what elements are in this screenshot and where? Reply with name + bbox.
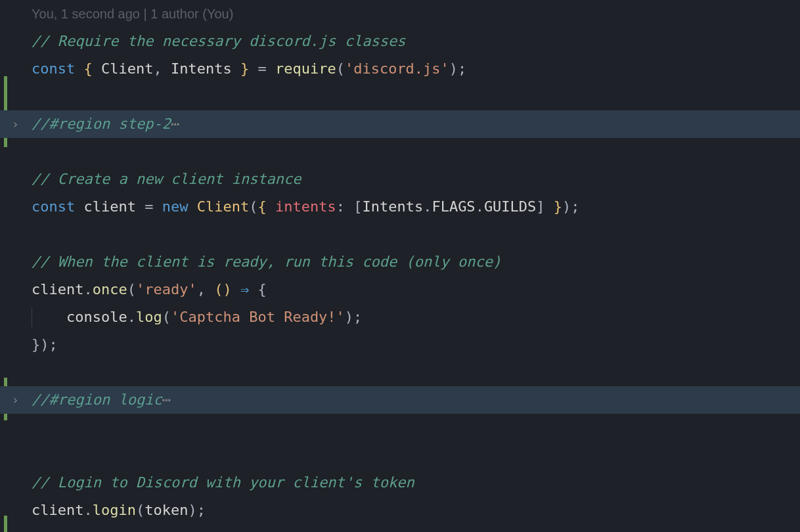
function-require: require — [275, 55, 336, 83]
region-comment: //#region logic — [32, 386, 162, 414]
region-comment: //#region step-2 — [32, 110, 171, 138]
comment: // When the client is ready, run this co… — [32, 248, 501, 276]
chevron-right-icon[interactable]: › — [12, 389, 19, 411]
code-line[interactable]: const { Client, Intents } = require('dis… — [32, 55, 800, 83]
folded-region[interactable]: › //#region logic ⋯ — [0, 386, 800, 414]
blank-line[interactable] — [32, 359, 800, 386]
code-line[interactable]: }); — [32, 331, 800, 359]
fold-ellipsis-icon[interactable]: ⋯ — [171, 110, 179, 138]
git-blame-text: You, 1 second ago | 1 author (You) — [32, 1, 233, 26]
code-line[interactable]: // Create a new client instance — [32, 166, 800, 193]
blank-line[interactable] — [32, 221, 800, 248]
code-line[interactable]: client.login(token); — [32, 497, 800, 524]
indent-guide — [32, 307, 32, 327]
comment: // Require the necessary discord.js clas… — [32, 28, 406, 55]
keyword-const: const — [32, 55, 75, 83]
git-blame-annotation: You, 1 second ago | 1 author (You) — [32, 0, 800, 28]
editor-gutter — [0, 0, 26, 524]
comment: // Create a new client instance — [32, 166, 301, 193]
blank-line[interactable] — [32, 441, 800, 469]
string-literal: 'ready' — [136, 276, 197, 303]
string-literal: 'Captcha Bot Ready!' — [171, 303, 345, 331]
string-literal: 'discord.js' — [345, 55, 449, 83]
blank-line[interactable] — [32, 83, 800, 110]
code-editor[interactable]: You, 1 second ago | 1 author (You) // Re… — [0, 0, 800, 524]
chevron-right-icon[interactable]: › — [12, 113, 19, 135]
keyword-const: const — [32, 193, 75, 221]
code-line[interactable]: // Login to Discord with your client's t… — [32, 469, 800, 497]
code-line[interactable]: const client = new Client({ intents: [In… — [32, 193, 800, 221]
fold-ellipsis-icon[interactable]: ⋯ — [162, 386, 170, 414]
keyword-new: new — [162, 193, 189, 221]
code-line[interactable]: // Require the necessary discord.js clas… — [32, 28, 800, 55]
code-line[interactable]: client.once('ready', () ⇒ { — [32, 276, 800, 303]
arrow-function: ⇒ — [240, 276, 249, 303]
modified-indicator — [4, 516, 7, 532]
code-line[interactable]: console.log('Captcha Bot Ready!'); — [32, 303, 800, 331]
blank-line[interactable] — [32, 414, 800, 441]
comment: // Login to Discord with your client's t… — [32, 469, 414, 497]
code-line[interactable]: // When the client is ready, run this co… — [32, 248, 800, 276]
blank-line[interactable] — [32, 138, 800, 166]
folded-region[interactable]: › //#region step-2 ⋯ — [0, 110, 800, 138]
